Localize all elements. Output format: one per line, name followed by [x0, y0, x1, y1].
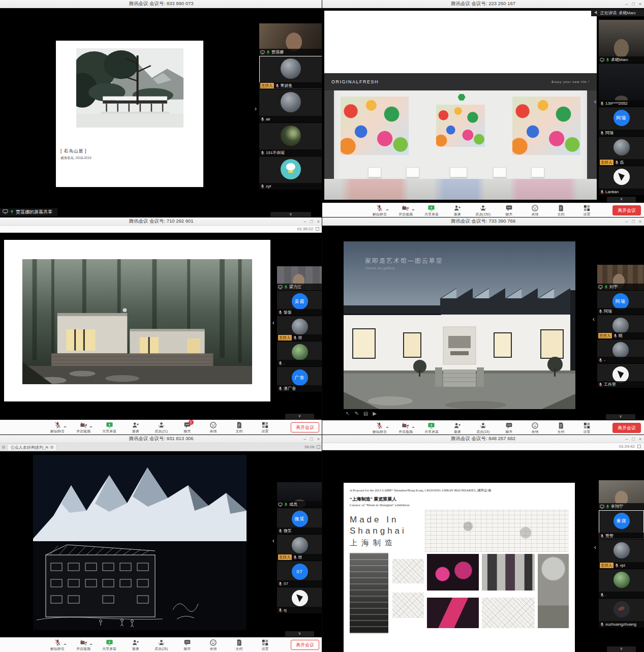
close-button[interactable]: ×	[317, 219, 320, 224]
participant-tile[interactable]: 阿瑞 阿瑞	[599, 107, 644, 136]
participant-tile[interactable]: Lantian	[599, 166, 644, 195]
participant-tile[interactable]: 刘宇	[597, 265, 644, 290]
toolbar-button[interactable]: 聊天	[178, 639, 196, 651]
participant-tile[interactable]: air	[259, 89, 322, 122]
participant-tile[interactable]: -	[597, 339, 644, 363]
window-titlebar[interactable]: 腾讯会议 会议号: 733 390 769 – □ ×	[322, 218, 644, 226]
toolbar-button[interactable]: 设置	[256, 421, 274, 434]
toolbar-button[interactable]: 共享屏幕	[100, 639, 118, 651]
participant-tile[interactable]: zyf	[259, 157, 322, 190]
close-button[interactable]: ×	[639, 219, 641, 224]
maximize-button[interactable]: □	[632, 437, 634, 442]
participant-tile[interactable]: 07 07	[277, 561, 322, 587]
toolbar-button[interactable]: 聊天	[500, 204, 518, 217]
toolbar-button[interactable]: 共享屏幕	[100, 421, 118, 434]
participant-tile[interactable]: 贾莲娜	[259, 23, 322, 55]
fullscreen-icon[interactable]	[637, 445, 641, 448]
window-titlebar[interactable]: 腾讯会议 会议号: 833 890 073	[0, 0, 322, 8]
participant-tile[interactable]: 梁力江	[277, 266, 322, 290]
collapse-panel-chevron[interactable]: ‹	[593, 98, 598, 105]
minimize-button[interactable]: –	[625, 2, 628, 7]
collapse-panel-chevron[interactable]: ‹	[591, 315, 596, 323]
participant-tile[interactable]: 主持人 xjd	[599, 540, 644, 569]
fullscreen-icon[interactable]	[317, 445, 320, 449]
close-button[interactable]: ×	[639, 2, 641, 7]
maximize-button[interactable]: □	[310, 437, 313, 442]
participant-tile[interactable]: sj	[277, 587, 322, 613]
participant-tile[interactable]: 主持人 黄妍鱼	[259, 56, 322, 89]
close-button[interactable]: ×	[639, 437, 641, 442]
toolbar-button[interactable]: 邀请	[448, 422, 467, 434]
annotation-tool-icon[interactable]	[373, 411, 377, 416]
minimize-button[interactable]: –	[625, 219, 628, 224]
toolbar-button[interactable]: 表情	[204, 639, 222, 651]
toolbar-button[interactable]: 文档	[552, 204, 570, 217]
annotation-tool-icon[interactable]	[363, 411, 368, 416]
minimize-button[interactable]: –	[303, 437, 306, 442]
toolbar-button[interactable]: 文档	[230, 421, 248, 434]
participant-tile[interactable]: 主持人 磊	[599, 137, 644, 166]
toolbar-button[interactable]: 共享屏幕	[422, 422, 441, 434]
annotation-tool-icon[interactable]	[354, 411, 358, 416]
participant-tile[interactable]: 工作室	[597, 364, 644, 388]
leave-meeting-button[interactable]: 离开会议	[291, 422, 319, 432]
toolbar-button[interactable]: 成员(15)	[474, 422, 493, 434]
more-participants-button[interactable]: ∨	[607, 197, 636, 202]
participant-tile[interactable]: 广舍 潘广舍	[277, 367, 322, 392]
toolbar-button[interactable]: 成员(26)	[152, 639, 170, 651]
participant-tile[interactable]: 139****2052	[599, 64, 644, 107]
toolbar-button[interactable]: 邀请	[126, 639, 144, 651]
participant-tile[interactable]: 李翔宁	[599, 480, 644, 510]
toolbar-button[interactable]: 开启视频	[396, 204, 415, 217]
participant-tile[interactable]: 主持人 枝	[277, 316, 322, 341]
document-tab[interactable]: 公众人友好构述列_R	[7, 444, 57, 450]
toolbar-button[interactable]: 解除静音	[48, 639, 67, 651]
participant-tile[interactable]: 阿瑞 阿瑞	[597, 291, 644, 315]
collapse-panel-chevron[interactable]: ‹	[593, 543, 598, 551]
fullscreen-icon[interactable]	[316, 227, 319, 231]
participant-tile[interactable]: 黄露 赞赞	[599, 510, 644, 539]
participant-tile[interactable]: 主持人 枝	[277, 535, 322, 561]
participant-tile[interactable]: 成员	[277, 482, 322, 508]
participant-tile[interactable]: .	[277, 341, 322, 366]
participant-tile[interactable]: .	[599, 569, 644, 598]
window-titlebar[interactable]: 腾讯会议 会议号: 931 813 306 – □ ×	[0, 435, 322, 443]
more-participants-button[interactable]: ∨	[285, 414, 314, 419]
collapse-panel-chevron[interactable]: ‹	[271, 537, 276, 544]
toolbar-button[interactable]: 文档	[552, 422, 570, 434]
leave-meeting-button[interactable]: 离开会议	[612, 205, 641, 215]
toolbar-button[interactable]: 解除静音	[371, 422, 389, 434]
more-participants-button[interactable]: ∨	[270, 212, 311, 218]
toolbar-button[interactable]: 聊天	[500, 422, 518, 434]
participant-tile[interactable]: 151不倒翁	[259, 123, 322, 156]
close-button[interactable]: ×	[317, 437, 320, 442]
window-titlebar[interactable]: 腾讯会议 会议号: 848 257 682 – □ ×	[322, 435, 644, 443]
toolbar-button[interactable]: 成员(21)	[152, 421, 170, 434]
leave-meeting-button[interactable]: 离开会议	[291, 640, 319, 650]
participant-tile[interactable]: 吴霞 饭饭	[277, 291, 322, 316]
toolbar-button[interactable]: 解除静音	[48, 421, 67, 434]
toolbar-button[interactable]: 共享屏幕	[422, 204, 441, 217]
toolbar-button[interactable]: 解除静音	[371, 204, 389, 217]
toolbar-button[interactable]: 1 聊天	[178, 421, 196, 434]
window-titlebar[interactable]: 腾讯会议 会议号: 223 250 167 – □ ×	[322, 0, 644, 8]
toolbar-button[interactable]: 开启视频	[396, 422, 415, 434]
participant-tile[interactable]: 卓晓Marc	[599, 20, 644, 63]
toolbar-button[interactable]: 设置	[578, 422, 596, 434]
maximize-button[interactable]: □	[632, 219, 634, 224]
toolbar-button[interactable]: 成员(150)	[474, 204, 493, 217]
toolbar-button[interactable]: 开启视频	[74, 639, 93, 651]
participant-tile[interactable]: 微笑 微笑	[277, 508, 322, 534]
toolbar-button[interactable]: 设置	[256, 639, 274, 651]
more-participants-button[interactable]: ∨	[606, 414, 636, 420]
toolbar-button[interactable]: 文档	[230, 639, 248, 651]
more-participants-button[interactable]: ∨	[607, 646, 636, 652]
collapse-panel-chevron[interactable]: ›	[253, 105, 258, 112]
maximize-button[interactable]: □	[632, 2, 634, 7]
minimize-button[interactable]: –	[303, 219, 306, 224]
participant-tile[interactable]: xuzhuangzhuang	[599, 599, 644, 628]
collapse-panel-chevron[interactable]: ‹	[271, 319, 276, 326]
toolbar-button[interactable]: 邀请	[448, 204, 467, 217]
more-participants-button[interactable]: ∨	[285, 631, 314, 637]
toolbar-button[interactable]: 设置	[578, 204, 596, 217]
